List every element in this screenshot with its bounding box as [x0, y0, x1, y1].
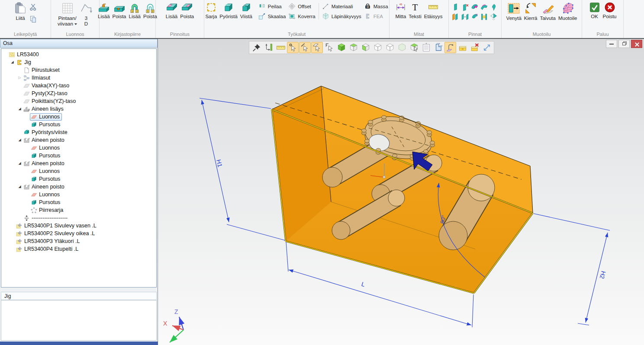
exit-button[interactable]: Poistu [602, 0, 618, 19]
expand-toggle-icon[interactable]: ◢ [10, 58, 15, 66]
dimension-button[interactable]: Mitta [394, 0, 407, 19]
restore-button[interactable] [618, 40, 630, 48]
distance-button[interactable]: Etäisyys [423, 0, 444, 19]
tree-item[interactable]: Pursotus [1, 121, 156, 128]
viewport-tool-button[interactable] [457, 42, 468, 53]
viewport-tool-button[interactable] [408, 42, 420, 53]
chamfer-button[interactable]: Viistä [239, 0, 254, 19]
tree-item[interactable]: LR53400P1 Sivulevy vasen .L [1, 222, 156, 230]
expand-toggle-icon[interactable]: ◢ [17, 105, 23, 113]
surface-tool-button[interactable] [480, 3, 488, 11]
library-add-button[interactable]: Lisää [97, 0, 111, 19]
viewport-tool-button[interactable] [444, 42, 456, 53]
transparency-button[interactable]: Läpinäkyvyys [322, 13, 361, 20]
surface-tool-button[interactable] [470, 3, 479, 11]
tree-item[interactable]: ◢ Jig [1, 58, 156, 66]
viewport-tool-button[interactable] [251, 42, 262, 53]
surface-tool-button[interactable] [461, 13, 469, 21]
tree-item[interactable]: Luonnos [1, 113, 156, 121]
bend-button[interactable]: Taivuta [538, 0, 557, 21]
viewport-tool-button[interactable] [432, 42, 444, 53]
cube-flat-icon [397, 43, 407, 52]
surface-tool-button[interactable] [451, 3, 460, 11]
tree-item[interactable]: Piirresarja [1, 206, 156, 214]
viewport-tool-button[interactable] [469, 42, 480, 53]
viewport-tool-button[interactable] [323, 42, 335, 53]
feature-tree: LR53400 ◢ Jig Piirustukset ▷ Ilmiasut [1, 48, 157, 288]
sketch-on-surface-button[interactable]: Pintaan/viivaan [56, 0, 78, 27]
surface-tool-button[interactable] [480, 13, 488, 21]
tree-item[interactable]: Pyöristys/viiste [1, 128, 156, 136]
viewport-tool-button[interactable] [384, 42, 396, 53]
library-add2-button[interactable]: Lisää [128, 0, 142, 19]
tree-item[interactable]: -------------------- [1, 214, 156, 222]
tree-item[interactable]: ◢ Aineen poisto [1, 183, 156, 191]
tree-item[interactable]: Pursotus [1, 198, 156, 206]
surface-tool-button[interactable] [451, 13, 460, 21]
tree-item[interactable]: Pysty(XZ)-taso [1, 89, 156, 97]
expand-toggle-icon[interactable]: ◢ [17, 136, 23, 144]
expand-toggle-icon[interactable]: ▷ [17, 74, 23, 82]
hollow-label: Koverra [298, 14, 315, 19]
expand-toggle-icon[interactable]: ◢ [17, 183, 23, 191]
viewport-tool-button[interactable] [275, 42, 287, 53]
panel-splitter[interactable] [0, 288, 158, 292]
morph-button[interactable]: Muotoile [557, 0, 578, 21]
tree-item[interactable]: ◢ Aineen lisäys [1, 105, 156, 113]
viewport-tool-button[interactable] [348, 42, 359, 53]
model-scene[interactable]: H1 L H2 90° [158, 39, 644, 345]
tree-item[interactable]: Vaaka(XY)-taso [1, 82, 156, 89]
viewport-tool-button[interactable] [311, 42, 323, 53]
stretch-button[interactable]: Venytä [505, 0, 523, 21]
coating-remove-button[interactable]: Poista [179, 0, 195, 19]
hollow-button[interactable]: Koverra [288, 13, 315, 20]
offset-button[interactable]: Offset [288, 3, 315, 10]
viewport-3d[interactable]: H1 L H2 90° [158, 39, 644, 345]
library-remove-button[interactable]: Poista [111, 0, 128, 19]
surface-tool-button[interactable] [489, 3, 498, 11]
viewport-tool-button[interactable] [372, 42, 383, 53]
sketch-3d-button[interactable]: 3 D [78, 0, 94, 27]
material-button[interactable]: Materiaali [322, 3, 361, 10]
coating-add-button[interactable]: Lisää [164, 0, 179, 19]
viewport-tool-button[interactable] [481, 42, 493, 53]
tree-item[interactable]: ▷ Ilmiasut [1, 74, 156, 82]
scale-button[interactable]: Skaalaa [258, 13, 286, 20]
mass-button[interactable]: Massa [364, 3, 388, 10]
expand-toggle-icon[interactable]: ◢ [17, 160, 23, 167]
series-button[interactable]: Sarja [204, 0, 218, 19]
tree-item[interactable]: Pursotus [1, 152, 156, 160]
tree-item[interactable]: LR53400P2 Sivulevy oikea .L [1, 230, 156, 237]
tree-item[interactable]: LR53400 [1, 51, 156, 58]
copy-button copy-icon[interactable] [29, 15, 37, 23]
tree-item[interactable]: Pursotus [1, 175, 156, 183]
tree-item[interactable]: Luonnos [1, 167, 156, 175]
tree-item[interactable]: Piirustukset [1, 66, 156, 74]
close-button[interactable] [631, 40, 642, 48]
viewport-tool-button[interactable] [299, 42, 311, 53]
tree-item[interactable]: Poikittais(YZ)-taso [1, 97, 156, 105]
minimize-button[interactable] [606, 40, 617, 48]
surface-tool-button[interactable] [489, 13, 498, 21]
paste-button[interactable]: Liitä [13, 0, 28, 21]
tree-item[interactable]: ◢ Aineen poisto [1, 136, 156, 144]
tree-item[interactable]: LR53400P3 Yläkuori .L [1, 237, 156, 245]
tree-item[interactable]: Luonnos [1, 191, 156, 198]
viewport-tool-button[interactable] [360, 42, 371, 53]
fillet-button[interactable]: Pyöristä [218, 0, 239, 19]
rotate-button[interactable]: Kierrä [523, 0, 539, 21]
viewport-tool-button[interactable] [396, 42, 408, 53]
viewport-tool-button[interactable] [420, 42, 432, 53]
viewport-tool-button[interactable] [287, 42, 299, 53]
tree-item[interactable]: ◢ Aineen poisto [1, 160, 156, 167]
viewport-tool-button[interactable] [263, 42, 274, 53]
tree-item[interactable]: LR53400P4 Etupelti .L [1, 245, 156, 253]
surface-tool-button[interactable] [461, 3, 469, 11]
tree-item[interactable]: Luonnos [1, 144, 156, 152]
surface-tool-button[interactable] [470, 13, 479, 21]
ok-button[interactable]: OK [588, 0, 602, 19]
text-button[interactable]: Teksti [407, 0, 422, 19]
mirror-button[interactable]: Peilaa [258, 3, 286, 10]
viewport-tool-button[interactable] [335, 42, 347, 53]
cut-button scissors-icon[interactable] [29, 3, 37, 11]
